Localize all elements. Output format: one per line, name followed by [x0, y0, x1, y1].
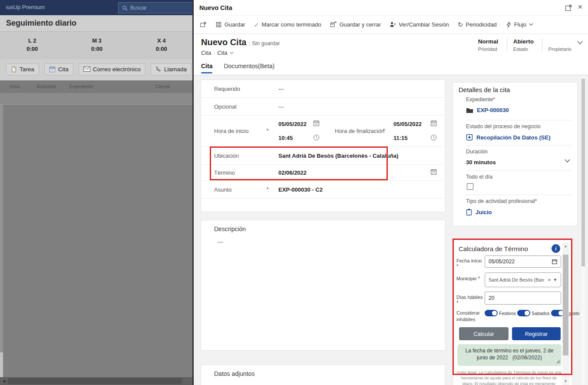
expand-dialog-icon[interactable]	[565, 4, 573, 12]
app-root: iusUp Premium Buscar Seguimiento diario …	[0, 0, 588, 385]
guardar-y-cerrar-button[interactable]: Guardar y cerrar	[330, 21, 381, 28]
descripcion-value[interactable]: ---	[218, 239, 223, 245]
duracion-value[interactable]: 30 minutos	[466, 159, 496, 166]
marcar-como-terminado-button[interactable]: ✓ Marcar como terminado	[254, 21, 321, 28]
calculadora-scroll-thumb[interactable]	[563, 255, 568, 355]
left-horizontal-scrollbar[interactable]: ◀	[0, 377, 194, 385]
day-column-tuesday[interactable]: M 3 0:00	[65, 32, 129, 59]
asunto-value[interactable]: EXP-000030 - C2	[278, 186, 323, 193]
scroll-down-arrow-icon[interactable]: ▼	[562, 379, 569, 383]
tarea-button[interactable]: Tarea	[6, 63, 39, 75]
calendar-picker-icon[interactable]	[430, 120, 437, 126]
municipio-combobox[interactable]: Sant Adrià De Besòs (Barce... × ▼	[485, 272, 561, 287]
datos-adjuntos-label: Datos adjuntos	[214, 370, 254, 377]
todo-el-dia-checkbox[interactable]	[467, 183, 473, 190]
duracion-dropdown-chevron-icon[interactable]	[565, 159, 570, 163]
scroll-up-arrow-icon[interactable]: ▲	[562, 244, 569, 248]
entity-form-selector[interactable]: Cita · Cita	[201, 50, 234, 56]
ubicacion-value[interactable]: Sant Adrià De Besòs (Barcelonès - Catalu…	[278, 153, 398, 159]
combo-dropdown-arrow-icon[interactable]: ▼	[553, 278, 557, 282]
llamada-button[interactable]: Llamada	[151, 63, 192, 75]
registrar-button[interactable]: Registrar	[512, 327, 561, 340]
termino-row[interactable]: Término 02/06/2022	[201, 165, 445, 181]
left-vertical-scrollbar[interactable]	[0, 105, 3, 377]
festivos-toggle[interactable]	[485, 310, 498, 316]
top-navbar: iusUp Premium Buscar	[0, 0, 194, 15]
dias-habiles-input[interactable]: 20	[485, 292, 561, 305]
header-expand-chevron-icon[interactable]	[577, 41, 583, 45]
day-column-wednesday[interactable]: X 4 0:00	[129, 32, 194, 59]
expediente-link[interactable]: EXP-000030	[466, 107, 509, 113]
ver-cambiar-sesion-button[interactable]: Ver/Cambiar Sesión	[390, 21, 449, 28]
hora-inicio-time[interactable]: 10:45	[278, 135, 293, 141]
descripcion-card: Descripción ---	[201, 220, 446, 351]
termino-value[interactable]: 02/06/2022	[278, 169, 307, 176]
calendar-picker-icon[interactable]	[313, 120, 320, 126]
activities-table-body	[0, 105, 194, 377]
nuevo-cita-dialog: Nuevo Cita ✕	[194, 0, 588, 385]
proceso-link[interactable]: Recopilación De Datos (SE)	[466, 134, 550, 141]
calendar-picker-icon[interactable]	[430, 169, 437, 175]
tab-documentos-beta[interactable]: Documentos(Beta)	[224, 61, 274, 75]
open-in-new-window-button[interactable]	[200, 21, 207, 28]
resultado-textarea[interactable]: La fecha de término es el jueves, 2 de j…	[457, 344, 562, 366]
hora-fin-time[interactable]: 11:15	[393, 135, 408, 141]
asunto-row[interactable]: Asunto * EXP-000030 - C2	[201, 181, 445, 199]
chevron-down-icon	[529, 23, 533, 26]
flujo-button[interactable]: Flujo	[505, 21, 533, 28]
command-bar: Guardar ✓ Marcar como terminado Guardar …	[194, 16, 588, 34]
calculadora-scrollbar[interactable]: ▲ ▼	[562, 242, 569, 385]
hora-fin-date[interactable]: 05/05/2022	[393, 121, 422, 127]
hora-inicio-date[interactable]: 05/05/2022	[278, 121, 307, 127]
col-header-hora[interactable]: Hora	[10, 84, 20, 89]
col-header-expediente[interactable]: Expediente	[69, 84, 93, 89]
person-session-icon	[390, 21, 396, 28]
process-stage-icon	[466, 134, 473, 141]
dialog-titlebar: Nuevo Cita ✕	[194, 0, 588, 16]
form-body: Requerido --- Opcional --- Hora de inici…	[194, 75, 588, 385]
close-dialog-icon[interactable]: ✕	[578, 3, 583, 10]
tipo-actividad-label: Tipo de actividad profesional*	[466, 198, 537, 204]
cita-button[interactable]: Cita	[44, 63, 73, 75]
considerar-inhabiles-label: Considerarinhábiles	[456, 310, 484, 323]
page-title: Seguimiento diario	[6, 19, 76, 28]
sabados-toggle[interactable]	[517, 310, 530, 316]
requerido-row[interactable]: Requerido ---	[201, 80, 445, 98]
guardar-button[interactable]: Guardar	[215, 21, 245, 28]
tab-cita[interactable]: Cita	[201, 61, 212, 75]
form-scroll-thumb[interactable]	[581, 79, 585, 266]
clipboard-icon	[466, 209, 472, 216]
app-title: iusUp Premium	[6, 4, 45, 10]
page-header: Seguimiento diario	[0, 15, 194, 32]
expediente-label: Expediente*	[466, 96, 495, 103]
detalles-title: Detalles de la cita	[459, 86, 510, 93]
textarea-resize-handle-icon[interactable]	[556, 360, 560, 364]
info-icon[interactable]: i	[552, 244, 560, 253]
seguimiento-panel: iusUp Premium Buscar Seguimiento diario …	[0, 0, 194, 385]
tipo-actividad-link[interactable]: Juicio	[466, 209, 492, 216]
clear-selection-icon[interactable]: ×	[548, 277, 551, 282]
form-scrollbar[interactable]	[581, 76, 585, 385]
ubicacion-row[interactable]: Ubicación Sant Adrià De Besòs (Barcelonè…	[201, 147, 445, 165]
day-column-monday[interactable]: L 2 0:00	[0, 32, 65, 59]
calculadora-termino-widget: Calculadora de Término i Fecha inicio * …	[453, 239, 572, 385]
calcular-button[interactable]: Calcular	[459, 327, 509, 340]
periodicidad-button[interactable]: ↻ Periodicidad	[458, 21, 497, 29]
opcional-value[interactable]: ---	[278, 103, 284, 110]
datos-adjuntos-card: Datos adjuntos	[201, 365, 446, 385]
opcional-row[interactable]: Opcional ---	[201, 98, 445, 116]
correo-button[interactable]: Correo electrónico	[79, 63, 145, 75]
search-input[interactable]: Buscar	[118, 2, 194, 13]
col-header-cliente[interactable]: Cliente	[155, 84, 170, 89]
time-picker-icon[interactable]	[430, 134, 437, 141]
horizontal-scroll-thumb[interactable]	[8, 378, 182, 384]
scroll-left-arrow-icon[interactable]: ◀	[0, 379, 8, 383]
fecha-inicio-input[interactable]: 05/05/2022	[485, 256, 561, 268]
record-title: Nuevo Cita : Sin guardar	[201, 37, 280, 47]
date-input-calendar-icon[interactable]	[552, 259, 557, 264]
requerido-value[interactable]: ---	[278, 86, 284, 92]
time-picker-icon[interactable]	[313, 134, 320, 141]
detalles-cita-card: Detalles de la cita Expediente* EXP-0000…	[453, 82, 578, 226]
task-page-icon	[11, 66, 17, 73]
col-header-actividad[interactable]: Actividad	[36, 84, 56, 89]
